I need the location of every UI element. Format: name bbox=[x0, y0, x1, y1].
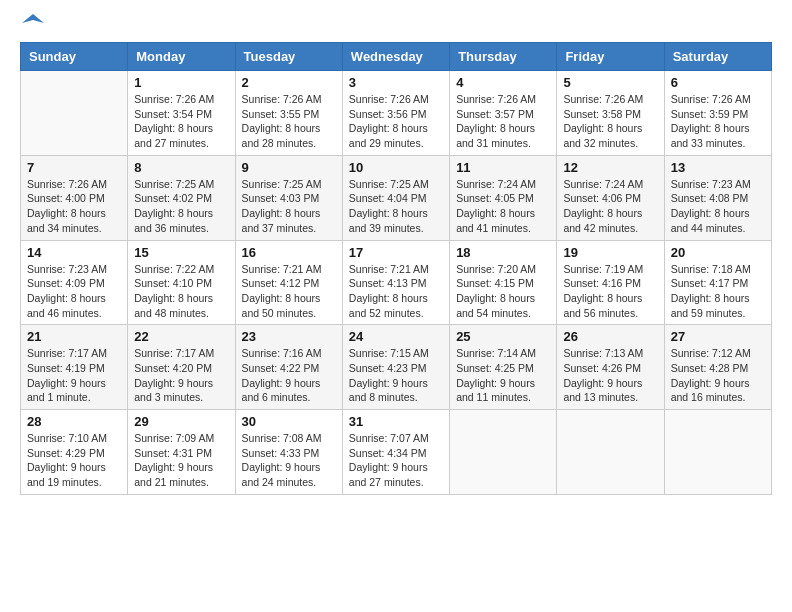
calendar-cell: 21Sunrise: 7:17 AMSunset: 4:19 PMDayligh… bbox=[21, 325, 128, 410]
day-info: Sunrise: 7:19 AMSunset: 4:16 PMDaylight:… bbox=[563, 262, 657, 321]
day-info: Sunrise: 7:15 AMSunset: 4:23 PMDaylight:… bbox=[349, 346, 443, 405]
day-number: 26 bbox=[563, 329, 657, 344]
day-info: Sunrise: 7:26 AMSunset: 3:59 PMDaylight:… bbox=[671, 92, 765, 151]
calendar-cell: 16Sunrise: 7:21 AMSunset: 4:12 PMDayligh… bbox=[235, 240, 342, 325]
day-info: Sunrise: 7:16 AMSunset: 4:22 PMDaylight:… bbox=[242, 346, 336, 405]
calendar-cell: 27Sunrise: 7:12 AMSunset: 4:28 PMDayligh… bbox=[664, 325, 771, 410]
calendar-cell: 29Sunrise: 7:09 AMSunset: 4:31 PMDayligh… bbox=[128, 410, 235, 495]
day-info: Sunrise: 7:26 AMSunset: 3:58 PMDaylight:… bbox=[563, 92, 657, 151]
day-number: 6 bbox=[671, 75, 765, 90]
calendar-cell: 6Sunrise: 7:26 AMSunset: 3:59 PMDaylight… bbox=[664, 71, 771, 156]
calendar-cell: 17Sunrise: 7:21 AMSunset: 4:13 PMDayligh… bbox=[342, 240, 449, 325]
calendar-cell: 24Sunrise: 7:15 AMSunset: 4:23 PMDayligh… bbox=[342, 325, 449, 410]
day-number: 23 bbox=[242, 329, 336, 344]
page-header bbox=[20, 16, 772, 34]
calendar-cell bbox=[664, 410, 771, 495]
calendar-cell: 10Sunrise: 7:25 AMSunset: 4:04 PMDayligh… bbox=[342, 155, 449, 240]
calendar-cell: 23Sunrise: 7:16 AMSunset: 4:22 PMDayligh… bbox=[235, 325, 342, 410]
day-info: Sunrise: 7:26 AMSunset: 3:57 PMDaylight:… bbox=[456, 92, 550, 151]
header-friday: Friday bbox=[557, 43, 664, 71]
day-number: 17 bbox=[349, 245, 443, 260]
logo-bird-icon bbox=[22, 12, 44, 34]
header-saturday: Saturday bbox=[664, 43, 771, 71]
calendar-cell bbox=[557, 410, 664, 495]
calendar-week-row: 14Sunrise: 7:23 AMSunset: 4:09 PMDayligh… bbox=[21, 240, 772, 325]
calendar-cell: 5Sunrise: 7:26 AMSunset: 3:58 PMDaylight… bbox=[557, 71, 664, 156]
calendar-week-row: 1Sunrise: 7:26 AMSunset: 3:54 PMDaylight… bbox=[21, 71, 772, 156]
day-number: 10 bbox=[349, 160, 443, 175]
day-number: 18 bbox=[456, 245, 550, 260]
calendar-cell: 12Sunrise: 7:24 AMSunset: 4:06 PMDayligh… bbox=[557, 155, 664, 240]
day-number: 14 bbox=[27, 245, 121, 260]
day-info: Sunrise: 7:22 AMSunset: 4:10 PMDaylight:… bbox=[134, 262, 228, 321]
calendar-cell: 4Sunrise: 7:26 AMSunset: 3:57 PMDaylight… bbox=[450, 71, 557, 156]
calendar-week-row: 21Sunrise: 7:17 AMSunset: 4:19 PMDayligh… bbox=[21, 325, 772, 410]
day-number: 24 bbox=[349, 329, 443, 344]
calendar-cell bbox=[450, 410, 557, 495]
day-number: 9 bbox=[242, 160, 336, 175]
calendar-cell: 22Sunrise: 7:17 AMSunset: 4:20 PMDayligh… bbox=[128, 325, 235, 410]
calendar-cell: 7Sunrise: 7:26 AMSunset: 4:00 PMDaylight… bbox=[21, 155, 128, 240]
header-sunday: Sunday bbox=[21, 43, 128, 71]
calendar-cell: 26Sunrise: 7:13 AMSunset: 4:26 PMDayligh… bbox=[557, 325, 664, 410]
day-info: Sunrise: 7:25 AMSunset: 4:04 PMDaylight:… bbox=[349, 177, 443, 236]
day-number: 20 bbox=[671, 245, 765, 260]
day-number: 30 bbox=[242, 414, 336, 429]
calendar-cell: 8Sunrise: 7:25 AMSunset: 4:02 PMDaylight… bbox=[128, 155, 235, 240]
day-number: 22 bbox=[134, 329, 228, 344]
header-wednesday: Wednesday bbox=[342, 43, 449, 71]
day-info: Sunrise: 7:26 AMSunset: 3:55 PMDaylight:… bbox=[242, 92, 336, 151]
day-info: Sunrise: 7:18 AMSunset: 4:17 PMDaylight:… bbox=[671, 262, 765, 321]
day-number: 27 bbox=[671, 329, 765, 344]
calendar-cell: 15Sunrise: 7:22 AMSunset: 4:10 PMDayligh… bbox=[128, 240, 235, 325]
day-info: Sunrise: 7:25 AMSunset: 4:02 PMDaylight:… bbox=[134, 177, 228, 236]
day-info: Sunrise: 7:24 AMSunset: 4:05 PMDaylight:… bbox=[456, 177, 550, 236]
calendar-cell: 20Sunrise: 7:18 AMSunset: 4:17 PMDayligh… bbox=[664, 240, 771, 325]
day-info: Sunrise: 7:10 AMSunset: 4:29 PMDaylight:… bbox=[27, 431, 121, 490]
calendar-week-row: 28Sunrise: 7:10 AMSunset: 4:29 PMDayligh… bbox=[21, 410, 772, 495]
day-info: Sunrise: 7:17 AMSunset: 4:19 PMDaylight:… bbox=[27, 346, 121, 405]
day-info: Sunrise: 7:26 AMSunset: 3:56 PMDaylight:… bbox=[349, 92, 443, 151]
day-number: 1 bbox=[134, 75, 228, 90]
day-info: Sunrise: 7:12 AMSunset: 4:28 PMDaylight:… bbox=[671, 346, 765, 405]
day-info: Sunrise: 7:08 AMSunset: 4:33 PMDaylight:… bbox=[242, 431, 336, 490]
day-number: 3 bbox=[349, 75, 443, 90]
calendar-cell: 28Sunrise: 7:10 AMSunset: 4:29 PMDayligh… bbox=[21, 410, 128, 495]
calendar-cell: 31Sunrise: 7:07 AMSunset: 4:34 PMDayligh… bbox=[342, 410, 449, 495]
day-number: 28 bbox=[27, 414, 121, 429]
day-number: 13 bbox=[671, 160, 765, 175]
header-tuesday: Tuesday bbox=[235, 43, 342, 71]
day-info: Sunrise: 7:07 AMSunset: 4:34 PMDaylight:… bbox=[349, 431, 443, 490]
day-number: 5 bbox=[563, 75, 657, 90]
calendar-cell: 18Sunrise: 7:20 AMSunset: 4:15 PMDayligh… bbox=[450, 240, 557, 325]
calendar-cell: 19Sunrise: 7:19 AMSunset: 4:16 PMDayligh… bbox=[557, 240, 664, 325]
header-monday: Monday bbox=[128, 43, 235, 71]
calendar-cell: 30Sunrise: 7:08 AMSunset: 4:33 PMDayligh… bbox=[235, 410, 342, 495]
calendar-cell: 11Sunrise: 7:24 AMSunset: 4:05 PMDayligh… bbox=[450, 155, 557, 240]
calendar-cell: 14Sunrise: 7:23 AMSunset: 4:09 PMDayligh… bbox=[21, 240, 128, 325]
day-info: Sunrise: 7:14 AMSunset: 4:25 PMDaylight:… bbox=[456, 346, 550, 405]
calendar-cell bbox=[21, 71, 128, 156]
day-number: 25 bbox=[456, 329, 550, 344]
day-info: Sunrise: 7:26 AMSunset: 3:54 PMDaylight:… bbox=[134, 92, 228, 151]
day-info: Sunrise: 7:17 AMSunset: 4:20 PMDaylight:… bbox=[134, 346, 228, 405]
day-number: 4 bbox=[456, 75, 550, 90]
day-number: 29 bbox=[134, 414, 228, 429]
day-number: 31 bbox=[349, 414, 443, 429]
day-info: Sunrise: 7:09 AMSunset: 4:31 PMDaylight:… bbox=[134, 431, 228, 490]
day-number: 11 bbox=[456, 160, 550, 175]
day-number: 15 bbox=[134, 245, 228, 260]
day-number: 7 bbox=[27, 160, 121, 175]
calendar-header-row: SundayMondayTuesdayWednesdayThursdayFrid… bbox=[21, 43, 772, 71]
day-info: Sunrise: 7:23 AMSunset: 4:09 PMDaylight:… bbox=[27, 262, 121, 321]
day-number: 21 bbox=[27, 329, 121, 344]
day-info: Sunrise: 7:25 AMSunset: 4:03 PMDaylight:… bbox=[242, 177, 336, 236]
day-number: 12 bbox=[563, 160, 657, 175]
calendar-cell: 2Sunrise: 7:26 AMSunset: 3:55 PMDaylight… bbox=[235, 71, 342, 156]
calendar-cell: 1Sunrise: 7:26 AMSunset: 3:54 PMDaylight… bbox=[128, 71, 235, 156]
day-info: Sunrise: 7:20 AMSunset: 4:15 PMDaylight:… bbox=[456, 262, 550, 321]
day-info: Sunrise: 7:26 AMSunset: 4:00 PMDaylight:… bbox=[27, 177, 121, 236]
calendar-cell: 13Sunrise: 7:23 AMSunset: 4:08 PMDayligh… bbox=[664, 155, 771, 240]
day-number: 16 bbox=[242, 245, 336, 260]
calendar-cell: 25Sunrise: 7:14 AMSunset: 4:25 PMDayligh… bbox=[450, 325, 557, 410]
